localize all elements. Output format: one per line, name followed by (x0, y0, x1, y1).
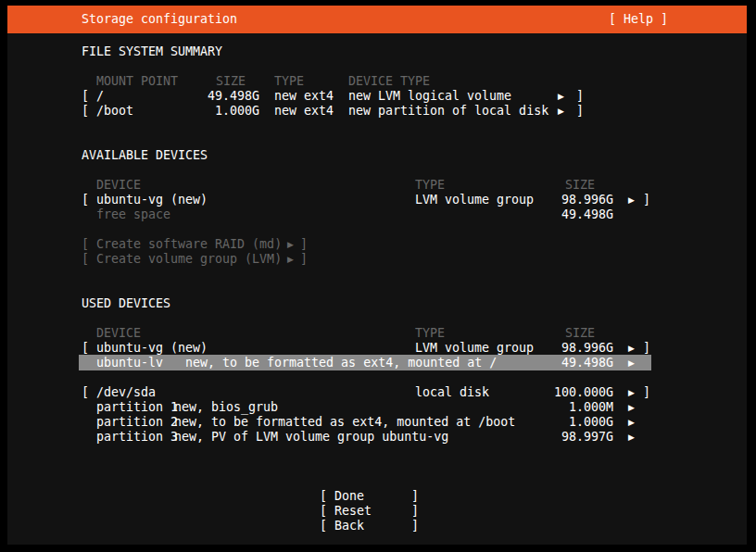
row-menu-arrow-icon: ▶ (287, 237, 294, 252)
device-type: new partition of local disk (348, 104, 548, 119)
row-menu-arrow-icon[interactable]: ▶ (628, 356, 635, 370)
bracket-close: ] (643, 385, 650, 400)
row-menu-arrow-icon[interactable]: ▶ (628, 400, 635, 415)
bracket-open: [ (320, 519, 327, 533)
bracket-close: ] (576, 104, 584, 119)
help-button[interactable]: [ Help ] (609, 6, 668, 33)
bracket-close: ] (411, 519, 419, 533)
create-software-raid-button[interactable]: [ Create software RAID (md) ▶ ] (0, 237, 756, 252)
col-size: SIZE (565, 326, 595, 341)
size: 1.000G (167, 104, 259, 119)
bracket-close: ] (576, 89, 584, 104)
action-label: Create volume group (LVM) (96, 252, 282, 267)
fs-type: new ext4 (274, 89, 334, 104)
device-name: ubuntu-lv (96, 356, 163, 370)
device-type: local disk (415, 385, 489, 400)
mount-point: / (96, 89, 104, 104)
bracket-close: ] (300, 237, 308, 252)
col-device-type: DEVICE TYPE (348, 74, 430, 89)
size: 98.996G (519, 341, 613, 356)
available-devices-title: AVAILABLE DEVICES (0, 148, 756, 163)
col-type: TYPE (415, 178, 445, 193)
bracket-close: ] (411, 504, 419, 519)
used-devices-header: DEVICE TYPE SIZE (0, 326, 756, 341)
row-menu-arrow-icon[interactable]: ▶ (628, 430, 635, 445)
col-type: TYPE (415, 326, 445, 341)
device-description: new, to be formatted as ext4, mounted at… (185, 356, 497, 370)
back-button[interactable]: [ Back ] (0, 519, 756, 533)
device-name: partition 3 (96, 430, 178, 445)
col-device: DEVICE (96, 326, 141, 341)
mount-point: /boot (96, 104, 133, 119)
bracket-open: [ (82, 252, 89, 267)
size: 98.996G (519, 193, 613, 207)
bracket-open: [ (82, 385, 89, 400)
used-devices-title: USED DEVICES (0, 296, 756, 311)
row-menu-arrow-icon[interactable]: ▶ (628, 193, 635, 207)
bracket-open: [ (320, 489, 327, 504)
device-description: new, to be formatted as ext4, mounted at… (174, 415, 515, 430)
device-type: LVM volume group (415, 193, 534, 207)
device-name: /dev/sda (96, 385, 156, 400)
col-mount-point: MOUNT POINT (96, 74, 178, 89)
used-row-partition-3[interactable]: partition 3 new, PV of LVM volume group … (0, 430, 756, 445)
size: 100.000G (519, 385, 613, 400)
fs-summary-header: MOUNT POINT SIZE TYPE DEVICE TYPE (0, 74, 756, 89)
create-volume-group-button[interactable]: [ Create volume group (LVM) ▶ ] (0, 252, 756, 267)
col-size: SIZE (216, 74, 246, 89)
device-description: new, bios_grub (174, 400, 278, 415)
device-type: LVM volume group (415, 341, 534, 356)
available-devices-header: DEVICE TYPE SIZE (0, 178, 756, 193)
bracket-open: [ (82, 89, 89, 104)
bracket-close: ] (643, 341, 650, 356)
device-name: partition 2 (96, 415, 178, 430)
device-description: new, PV of LVM volume group ubuntu-vg (174, 430, 448, 445)
fs-type: new ext4 (274, 104, 334, 119)
bracket-close: ] (411, 489, 419, 504)
button-label: Done (334, 489, 364, 504)
size: 49.498G (519, 207, 613, 222)
col-type: TYPE (274, 74, 304, 89)
row-menu-arrow-icon[interactable]: ▶ (558, 104, 564, 119)
fs-summary-row-boot[interactable]: [ /boot 1.000G new ext4 new partition of… (0, 104, 756, 119)
used-row-partition-2[interactable]: partition 2 new, to be formatted as ext4… (0, 415, 756, 430)
row-menu-arrow-icon: ▶ (287, 252, 294, 267)
title-bar: Storage configuration [ Help ] (7, 6, 747, 33)
size: 1.000G (519, 415, 613, 430)
used-row-dev-sda[interactable]: [ /dev/sda local disk 100.000G ▶ ] (0, 385, 756, 400)
bracket-open: [ (320, 504, 327, 519)
bracket-open: [ (82, 341, 89, 356)
size: 49.498G (167, 89, 259, 104)
size: 1.000M (519, 400, 613, 415)
bracket-open: [ (82, 193, 89, 207)
button-label: Back (334, 519, 364, 533)
size: 49.498G (519, 356, 613, 370)
device-name: partition 1 (96, 400, 178, 415)
bracket-open: [ (82, 237, 89, 252)
row-menu-arrow-icon[interactable]: ▶ (558, 89, 564, 104)
available-row-ubuntu-vg[interactable]: [ ubuntu-vg (new) LVM volume group 98.99… (0, 193, 756, 207)
bracket-open: [ (82, 104, 89, 119)
device-type: new LVM logical volume (348, 89, 511, 104)
fs-summary-row-root[interactable]: [ / 49.498G new ext4 new LVM logical vol… (0, 89, 756, 104)
size: 98.997G (519, 430, 613, 445)
device-name: ubuntu-vg (new) (96, 193, 208, 207)
page-title: Storage configuration (82, 6, 237, 33)
bracket-close: ] (643, 193, 650, 207)
row-menu-arrow-icon[interactable]: ▶ (628, 415, 635, 430)
used-row-partition-1[interactable]: partition 1 new, bios_grub 1.000M ▶ (0, 400, 756, 415)
used-row-ubuntu-lv-selected[interactable]: ubuntu-lv new, to be formatted as ext4, … (0, 356, 756, 370)
col-device: DEVICE (96, 178, 141, 193)
fs-summary-title: FILE SYSTEM SUMMARY (0, 44, 756, 59)
bracket-close: ] (300, 252, 308, 267)
row-menu-arrow-icon[interactable]: ▶ (628, 341, 635, 356)
row-menu-arrow-icon[interactable]: ▶ (628, 385, 635, 400)
col-size: SIZE (565, 178, 595, 193)
done-button[interactable]: [ Done ] (0, 489, 756, 504)
reset-button[interactable]: [ Reset ] (0, 504, 756, 519)
available-row-free-space: free space 49.498G (0, 207, 756, 222)
device-name: ubuntu-vg (new) (96, 341, 208, 356)
action-label: Create software RAID (md) (96, 237, 282, 252)
button-label: Reset (334, 504, 372, 519)
used-row-ubuntu-vg[interactable]: [ ubuntu-vg (new) LVM volume group 98.99… (0, 341, 756, 356)
